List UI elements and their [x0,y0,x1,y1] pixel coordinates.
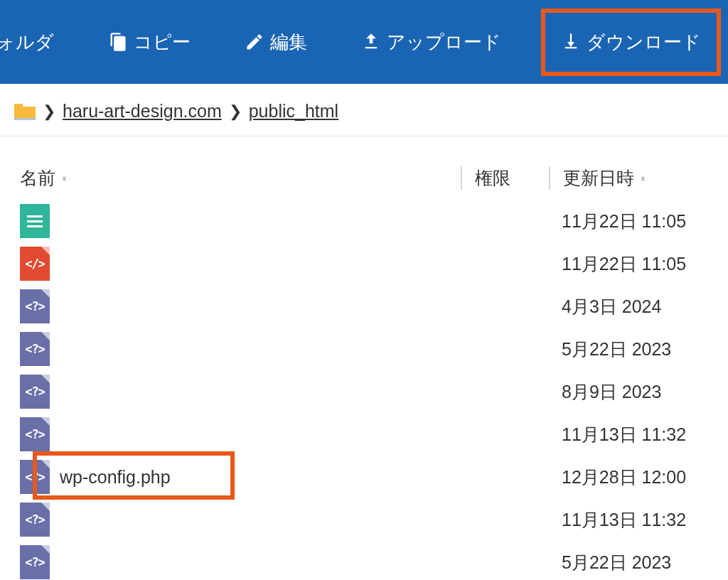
toolbar: フォルダ コピー 編集 アップロード ダウンロード [0,0,728,84]
svg-rect-2 [14,118,36,120]
chevron-right-icon: ❯ [43,102,55,121]
table-row[interactable]: <?>4月3日 2024 [20,285,728,328]
cell-name: <?> [20,375,461,409]
chevron-right-icon: ❯ [229,102,242,121]
php-file-icon: <?> [20,545,50,579]
breadcrumb: ❯ haru-art-design.com ❯ public_html [0,84,728,136]
cell-date: 5月22日 2023 [549,338,728,361]
cell-name [20,204,461,238]
table-row[interactable]: <?>11月13日 11:32 [20,413,728,456]
copy-button[interactable]: コピー [94,23,205,62]
table-row[interactable]: </>11月22日 11:05 [20,242,728,285]
svg-rect-1 [14,104,23,108]
table-row[interactable]: <?>11月13日 11:32 [20,498,728,541]
cell-name: <?> [20,545,461,579]
cell-date: 5月22日 2023 [549,551,728,574]
column-header-date[interactable]: 更新日時 ▲▼ [549,166,728,190]
column-headers: 名前 ▲▼ 権限 更新日時 ▲▼ [20,136,728,200]
breadcrumb-folder[interactable]: public_html [249,101,338,122]
folder-button[interactable]: フォルダ [0,23,68,62]
table-row[interactable]: <?>5月22日 2023 [20,541,728,580]
copy-button-label: コピー [134,30,191,55]
cell-date: 11月13日 11:32 [549,423,728,446]
home-folder-icon[interactable] [14,102,36,121]
cell-date: 8月9日 2023 [549,380,728,404]
html-file-icon: </> [20,247,50,281]
folder-button-label: フォルダ [0,30,54,55]
pencil-icon [245,32,264,52]
table-row[interactable]: <?>5月22日 2023 [20,328,728,370]
php-file-icon: <?> [20,417,50,451]
php-file-icon: <?> [20,289,50,323]
table-row[interactable]: <?>8月9日 2023 [20,370,728,413]
cell-name: </> [20,247,461,281]
cell-name: <?>wp-config.php [20,460,461,494]
table-row[interactable]: 11月22日 11:05 [20,200,728,242]
cell-date: 4月3日 2024 [549,295,728,318]
column-header-permissions[interactable]: 権限 [461,166,549,190]
download-button-label: ダウンロード [587,30,701,55]
upload-button-label: アップロード [387,30,501,55]
php-file-icon: <?> [20,503,50,537]
table-row[interactable]: <?>wp-config.php12月28日 12:00 [20,456,728,498]
php-file-icon: <?> [20,375,50,409]
breadcrumb-domain[interactable]: haru-art-design.com [63,101,222,122]
cell-date: 11月22日 11:05 [549,210,728,233]
column-header-name-label: 名前 [20,166,55,190]
cell-name: <?> [20,503,461,537]
cell-date: 12月28日 12:00 [549,466,728,489]
column-header-date-label: 更新日時 [563,166,634,190]
edit-button[interactable]: 編集 [230,23,321,62]
text-file-icon [20,204,50,238]
svg-rect-0 [14,107,36,119]
cell-name: <?> [20,289,461,323]
cell-date: 11月13日 11:32 [549,508,728,532]
copy-icon [108,32,128,52]
download-button[interactable]: ダウンロード [541,9,721,76]
file-name-label: wp-config.php [60,467,171,488]
php-file-icon: <?> [20,332,50,366]
cell-name: <?> [20,417,461,451]
column-header-name[interactable]: 名前 ▲▼ [20,166,461,190]
edit-button-label: 編集 [270,30,307,55]
cell-date: 11月22日 11:05 [549,252,728,276]
upload-icon [361,32,381,52]
upload-button[interactable]: アップロード [347,23,515,62]
column-header-perm-label: 権限 [475,168,510,188]
php-file-icon: <?> [20,460,50,494]
file-list: 名前 ▲▼ 権限 更新日時 ▲▼ 11月22日 11:05</>11月22日 1… [0,136,728,580]
download-icon [561,32,581,52]
cell-name: <?> [20,332,461,366]
